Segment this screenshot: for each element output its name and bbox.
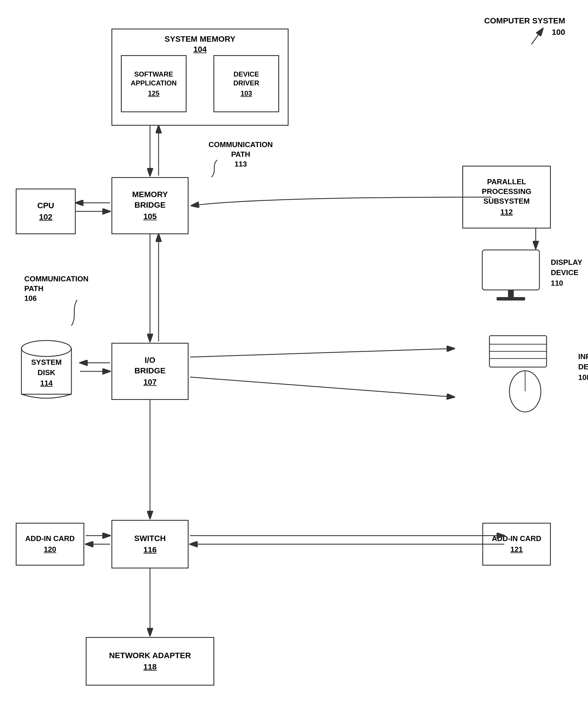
computer-system-label: COMPUTER SYSTEM 100: [484, 16, 565, 38]
system-memory-box: SYSTEM MEMORY 104 SOFTWAREAPPLICATION 12…: [112, 28, 289, 126]
svg-line-24: [190, 377, 454, 397]
parallel-processing-box: PARALLELPROCESSINGSUBSYSTEM 112: [462, 166, 551, 229]
add-in-card-120-box: ADD-IN CARD 120: [16, 523, 84, 566]
comm-path-113-label: COMMUNICATIONPATH113: [209, 140, 273, 169]
svg-point-4: [21, 340, 71, 357]
input-devices: INPUTDEVICES108: [488, 334, 562, 415]
add-in-card-121-box: ADD-IN CARD 121: [482, 523, 551, 566]
network-adapter-label: NETWORK ADAPTER: [109, 650, 191, 661]
network-adapter-ref: 118: [143, 662, 157, 672]
add-in-card-120-ref: 120: [44, 545, 56, 554]
io-bridge-box: I/OBRIDGE 107: [112, 343, 189, 400]
cpu-label: CPU: [37, 201, 54, 211]
memory-bridge-box: MEMORYBRIDGE 105: [112, 177, 189, 234]
comm-path-106-label: COMMUNICATIONPATH106: [24, 274, 89, 303]
svg-rect-1: [508, 290, 514, 297]
device-driver-box: DEVICEDRIVER 103: [213, 55, 279, 112]
memory-bridge-label: MEMORYBRIDGE: [132, 189, 168, 210]
system-memory-ref: 104: [194, 45, 207, 54]
software-app-label: SOFTWAREAPPLICATION: [131, 70, 177, 87]
memory-bridge-ref: 105: [143, 211, 157, 222]
svg-rect-2: [497, 297, 525, 301]
parallel-processing-label: PARALLELPROCESSINGSUBSYSTEM: [482, 177, 531, 206]
io-bridge-label: I/OBRIDGE: [135, 355, 166, 376]
system-disk-label: SYSTEMDISK114: [16, 357, 77, 388]
parallel-processing-ref: 112: [500, 208, 513, 217]
system-memory-label: SYSTEM MEMORY: [164, 34, 235, 44]
add-in-card-120-label: ADD-IN CARD: [25, 534, 75, 544]
display-device-label: DISPLAYDEVICE110: [551, 257, 582, 288]
svg-line-23: [190, 348, 454, 357]
system-disk: SYSTEMDISK114: [16, 337, 79, 407]
add-in-card-121-ref: 121: [510, 545, 523, 554]
network-adapter-box: NETWORK ADAPTER 118: [86, 637, 214, 686]
device-driver-ref: 103: [240, 89, 252, 98]
cpu-ref: 102: [39, 212, 53, 222]
svg-rect-0: [482, 250, 539, 290]
software-app-ref: 125: [148, 89, 159, 98]
cpu-box: CPU 102: [16, 188, 76, 234]
input-devices-label: INPUTDEVICES108: [578, 352, 588, 383]
device-driver-label: DEVICEDRIVER: [233, 70, 260, 87]
display-device: DISPLAYDEVICE110: [480, 248, 545, 307]
add-in-card-121-label: ADD-IN CARD: [492, 534, 541, 544]
io-bridge-ref: 107: [143, 377, 157, 387]
diagram: COMPUTER SYSTEM 100 SYSTEM MEMORY 104 SO…: [0, 0, 588, 703]
software-application-box: SOFTWAREAPPLICATION 125: [121, 55, 187, 112]
switch-box: SWITCH 116: [112, 520, 189, 568]
switch-ref: 116: [143, 545, 157, 555]
switch-label: SWITCH: [134, 533, 166, 544]
